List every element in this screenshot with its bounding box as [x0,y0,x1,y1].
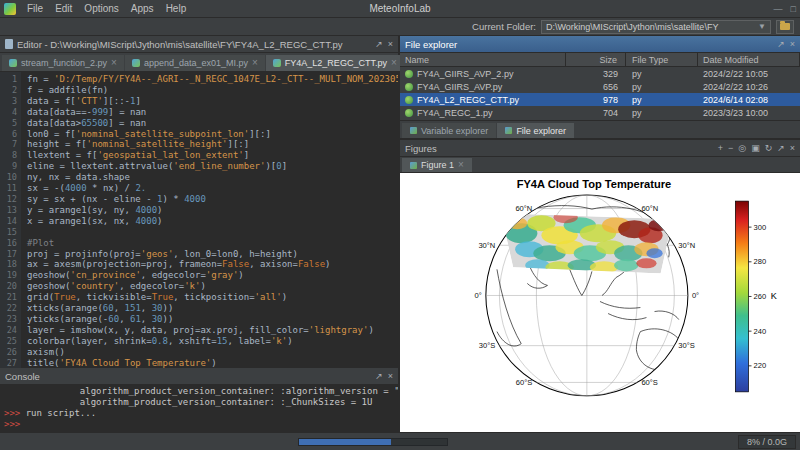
line-number: 20 [0,281,17,292]
code-line: data[data>65500] = nan [27,118,398,129]
full-extent-icon[interactable]: ◎ [738,143,746,153]
tab-close-icon[interactable]: × [458,161,464,169]
tab-variable-explorer[interactable]: Variable explorer [402,123,496,138]
figure-tick-label: 280 [754,257,767,266]
close-icon[interactable]: × [388,371,393,381]
memory-indicator: 8% / 0.0G [738,435,796,449]
tab-close-icon[interactable]: × [111,59,117,67]
select-icon[interactable]: ▣ [751,143,760,153]
figure-tick-label: 60°S [641,378,658,387]
py-file-icon [405,70,413,78]
figure-tick-label: 240 [754,327,767,336]
file-size-cell: 656 [566,82,626,92]
file-type-cell: py [626,69,698,79]
close-icon[interactable]: × [790,143,795,153]
figures-title-bar: Figures + − ◎ ▣ ↻ ↗ × [400,140,800,157]
code-line: ax = axesm(projection=proj, frameon=Fals… [27,259,398,270]
rotate-icon[interactable]: ↻ [765,143,773,153]
document-icon [5,39,13,49]
code-line: title('FY4A Cloud Top Temperature') [27,358,398,368]
map-figure[interactable]: FY4A Cloud Top Temperature [400,173,800,432]
line-number: 13 [0,205,17,216]
figure-tick-label: 60°N [515,204,532,213]
close-icon[interactable]: × [790,39,795,49]
code-area[interactable]: 1234567891011121314151617181920212223242… [0,72,398,368]
column-header-size[interactable]: Size [566,53,626,66]
console-title: Console [5,371,40,382]
status-bar: 8% / 0.0G [0,432,800,450]
editor-title-bar: Editor - D:\Working\MIScript\Jython\mis\… [0,36,398,53]
line-number: 7 [0,139,17,150]
line-number: 22 [0,303,17,314]
colorbar [735,201,748,392]
close-icon[interactable]: × [388,39,393,49]
console-prompt-line: >>> run script... [4,408,394,419]
column-header-date-modified[interactable]: Date Modified [698,53,800,66]
py-file-icon [405,83,413,91]
editor-tab[interactable]: append_data_ex01_MI.py× [125,55,265,71]
table-row[interactable]: FY4A_REGC_1.py704py2023/3/23 10:00 [400,106,800,119]
code-line: lon0 = f['nominal_satellite_subpoint_lon… [27,129,398,140]
right-column: File explorer ↗ × NameSizeFile TypeDate … [400,36,800,432]
menu-item-options[interactable]: Options [78,2,124,15]
column-header-file-type[interactable]: File Type [626,53,698,66]
figure-canvas[interactable]: FY4A Cloud Top Temperature [400,173,800,432]
figure-tick-label: 220 [754,361,767,370]
table-row[interactable]: FY4A_L2_REGC_CTT.py978py2024/6/14 02:08 [400,93,800,106]
line-number: 3 [0,96,17,107]
tab-icon [505,127,512,134]
zoom-out-icon[interactable]: − [728,143,733,153]
line-number: 19 [0,270,17,281]
float-panel-icon[interactable]: ↗ [777,143,785,153]
line-number: 18 [0,259,17,270]
menu-item-apps[interactable]: Apps [125,2,160,15]
file-name: FY4A_REGC_1.py [417,108,493,118]
restore-icon[interactable]: □ [791,4,796,14]
table-row[interactable]: FY4A_GIIRS_AVP.py656py2024/2/22 10:26 [400,80,800,93]
code-line [27,227,398,238]
current-folder-combo[interactable]: D:\Working\MIScript\Jython\mis\satellite… [541,20,771,34]
figure-tab[interactable]: Figure 1 × [402,158,472,172]
figure-tick-label: 30°N [678,241,695,250]
code-line: eline = llextent.attrvalue('end_line_num… [27,161,398,172]
editor-tab[interactable]: FY4A_L2_REGC_CTT.py× [266,55,404,71]
current-folder-label: Current Folder: [472,21,536,32]
py-file-icon [405,96,413,104]
tab-close-icon[interactable]: × [252,59,258,67]
file-explorer-title: File explorer [405,39,457,50]
tab-close-icon[interactable]: × [391,59,397,67]
menu-items: FileEditOptionsAppsHelp [21,2,192,15]
float-panel-icon[interactable]: ↗ [375,371,383,381]
console-output[interactable]: algorithm_product_version_container: :al… [0,385,398,432]
file-explorer-title-bar: File explorer ↗ × [400,36,800,53]
file-size-cell: 704 [566,108,626,118]
tab-file-explorer[interactable]: File explorer [497,123,574,138]
minimize-icon[interactable]: — [774,4,783,14]
progress-bar [298,438,448,446]
editor-panel: Editor - D:\Working\MIScript\Jython\mis\… [0,36,398,368]
browse-folder-button[interactable] [776,20,794,34]
main-area: Editor - D:\Working\MIScript\Jython\mis\… [0,36,800,432]
console-line: algorithm_product_version_container: :al… [4,386,394,397]
float-panel-icon[interactable]: ↗ [375,39,383,49]
menu-item-edit[interactable]: Edit [49,2,78,15]
code-line: y = arange1(sy, ny, 4000) [27,205,398,216]
editor-title: Editor - D:\Working\MIScript\Jython\mis\… [17,39,343,50]
line-number: 14 [0,216,17,227]
line-number: 21 [0,292,17,303]
menu-item-help[interactable]: Help [160,2,193,15]
menu-item-file[interactable]: File [21,2,49,15]
py-file-icon [405,109,413,117]
editor-code[interactable]: fn = 'D:/Temp/FY/FY4A--_AGRI--_N_REGC_10… [21,72,398,368]
line-number: 9 [0,161,17,172]
zoom-in-icon[interactable]: + [718,143,723,153]
float-panel-icon[interactable]: ↗ [777,39,785,49]
code-line: geoshow('cn_province', edgecolor='gray') [27,270,398,281]
file-modified-cell: 2024/2/22 10:26 [698,82,800,92]
chevron-down-icon[interactable]: ▼ [758,22,766,31]
file-name-cell: FY4A_REGC_1.py [400,108,566,118]
explorer-bottom-tabs: Variable explorerFile explorer [400,120,800,138]
column-header-name[interactable]: Name [400,53,566,66]
table-row[interactable]: FY4A_GIIRS_AVP_2.py329py2024/2/22 10:05 [400,67,800,80]
editor-tab[interactable]: stream_function_2.py× [2,55,124,71]
